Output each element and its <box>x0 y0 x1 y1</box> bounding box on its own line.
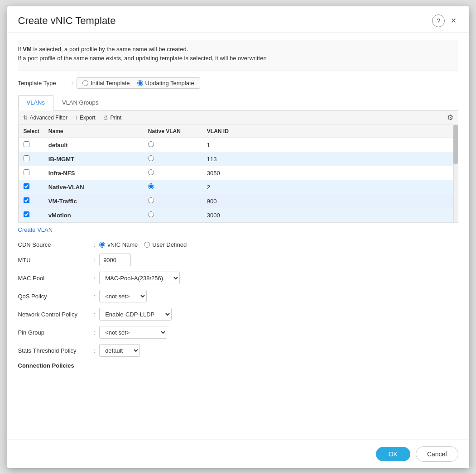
stats-threshold-policy-select[interactable]: default <box>99 344 140 357</box>
row-checkbox-cell <box>19 138 44 152</box>
advanced-filter-button[interactable]: ⇅ Advanced Filter <box>23 115 67 121</box>
mtu-input[interactable] <box>99 254 131 266</box>
print-icon: 🖨 <box>103 115 108 121</box>
row-checkbox[interactable] <box>24 169 29 175</box>
info-line1-pre: If <box>18 46 23 53</box>
col-header-select: Select <box>19 125 44 138</box>
table-toolbar: ⇅ Advanced Filter ↑ Export 🖨 Print ⚙ <box>18 110 458 125</box>
stats-threshold-policy-label: Stats Threshold Policy <box>18 347 91 354</box>
mac-pool-label: MAC Pool <box>18 275 91 282</box>
qos-policy-row: QoS Policy : <not set> <box>18 290 458 302</box>
mac-pool-select[interactable]: MAC-Pool-A(238/256) <box>99 272 180 284</box>
toolbar-left: ⇅ Advanced Filter ↑ Export 🖨 Print <box>23 115 122 121</box>
tab-vlan-groups[interactable]: VLAN Groups <box>53 95 107 110</box>
dialog-footer: OK Cancel <box>7 440 469 468</box>
row-native-vlan <box>144 180 202 194</box>
advanced-filter-label: Advanced Filter <box>30 115 67 121</box>
cancel-button[interactable]: Cancel <box>416 446 458 462</box>
row-native-radio[interactable] <box>148 197 154 203</box>
row-name: VM-Traffic <box>44 194 144 208</box>
row-checkbox-cell <box>19 194 44 208</box>
radio-updating-label: Updating Template <box>145 80 194 86</box>
row-vlan-id: 3050 <box>202 166 453 180</box>
scrollbar-thumb[interactable] <box>453 125 458 164</box>
row-vlan-id: 3000 <box>202 208 453 222</box>
row-vlan-id: 2 <box>202 180 453 194</box>
table-row: VM-Traffic900 <box>19 194 453 208</box>
form-section: CDN Source : vNIC Name User Defined MTU … <box>18 241 458 369</box>
row-native-vlan <box>144 194 202 208</box>
table-row: vMotion3000 <box>19 208 453 222</box>
help-button[interactable]: ? <box>432 14 445 27</box>
template-type-radio-group: Initial Template Updating Template <box>77 77 200 89</box>
radio-initial-template[interactable]: Initial Template <box>82 80 130 86</box>
tabs-bar: VLANs VLAN Groups <box>18 95 458 110</box>
export-button[interactable]: ↑ Export <box>75 115 96 121</box>
radio-user-label: User Defined <box>152 241 187 248</box>
row-native-vlan <box>144 166 202 180</box>
print-button[interactable]: 🖨 Print <box>103 115 122 121</box>
row-native-radio[interactable] <box>148 211 154 217</box>
tab-vlans[interactable]: VLANs <box>18 95 53 110</box>
qos-policy-select[interactable]: <not set> <box>99 290 147 302</box>
row-vlan-id: 900 <box>202 194 453 208</box>
row-checkbox[interactable] <box>24 197 29 203</box>
row-name: IB-MGMT <box>44 152 144 166</box>
row-name: Native-VLAN <box>44 180 144 194</box>
stats-threshold-policy-row: Stats Threshold Policy : default <box>18 344 458 357</box>
row-vlan-id: 1 <box>202 138 453 152</box>
row-checkbox[interactable] <box>24 141 29 147</box>
dialog-header: Create vNIC Template ? × <box>7 6 469 33</box>
info-line1-post: is selected, a port profile by the same … <box>32 46 188 53</box>
create-vlan-link[interactable]: Create VLAN <box>18 226 53 233</box>
connection-policies-section-title: Connection Policies <box>18 362 458 369</box>
cdn-source-radio-group: vNIC Name User Defined <box>99 241 187 248</box>
export-icon: ↑ <box>75 115 77 121</box>
mac-pool-row: MAC Pool : MAC-Pool-A(238/256) <box>18 272 458 284</box>
radio-vnic-label: vNIC Name <box>107 241 138 248</box>
pin-group-label: Pin Group <box>18 329 91 336</box>
table-container: Select Name Native VLAN VLAN ID default1… <box>18 125 458 223</box>
row-native-vlan <box>144 152 202 166</box>
pin-group-select[interactable]: <not set> <box>99 326 167 339</box>
row-native-radio[interactable] <box>148 183 154 189</box>
cdn-source-label: CDN Source <box>18 241 91 248</box>
mtu-label: MTU <box>18 257 91 263</box>
header-actions: ? × <box>432 14 458 27</box>
radio-user-defined[interactable]: User Defined <box>144 241 187 248</box>
row-checkbox[interactable] <box>24 211 29 217</box>
filter-icon: ⇅ <box>23 115 28 121</box>
table-inner: Select Name Native VLAN VLAN ID default1… <box>19 125 453 222</box>
mtu-row: MTU : <box>18 254 458 266</box>
row-native-vlan <box>144 208 202 222</box>
table-row: default1 <box>19 138 453 152</box>
template-type-row: Template Type : Initial Template Updatin… <box>18 77 458 89</box>
row-native-radio[interactable] <box>148 169 154 175</box>
info-box: If VM is selected, a port profile by the… <box>18 40 458 72</box>
row-name: vMotion <box>44 208 144 222</box>
scrollbar-track[interactable] <box>453 125 458 222</box>
export-label: Export <box>80 115 96 121</box>
row-checkbox-cell <box>19 180 44 194</box>
row-checkbox-cell <box>19 208 44 222</box>
network-control-policy-label: Network Control Policy <box>18 311 91 318</box>
row-checkbox[interactable] <box>24 183 29 189</box>
col-header-vlan-id: VLAN ID <box>202 125 453 138</box>
radio-updating-template[interactable]: Updating Template <box>137 80 194 86</box>
row-native-vlan <box>144 138 202 152</box>
vlan-table: Select Name Native VLAN VLAN ID default1… <box>19 125 453 222</box>
network-control-policy-select[interactable]: Enable-CDP-LLDP <box>99 308 172 321</box>
row-checkbox-cell <box>19 166 44 180</box>
gear-button[interactable]: ⚙ <box>447 113 453 122</box>
radio-vnic-name[interactable]: vNIC Name <box>99 241 138 248</box>
table-row: Infra-NFS3050 <box>19 166 453 180</box>
ok-button[interactable]: OK <box>376 447 410 461</box>
row-checkbox[interactable] <box>24 155 29 161</box>
info-line2: If a port profile of the same name exist… <box>18 55 267 62</box>
table-row: Native-VLAN2 <box>19 180 453 194</box>
row-native-radio[interactable] <box>148 141 154 147</box>
row-native-radio[interactable] <box>148 155 154 161</box>
close-button[interactable]: × <box>449 15 458 26</box>
vlan-table-body: default1IB-MGMT113Infra-NFS3050Native-VL… <box>19 138 453 222</box>
info-vm-bold: VM <box>23 46 32 53</box>
